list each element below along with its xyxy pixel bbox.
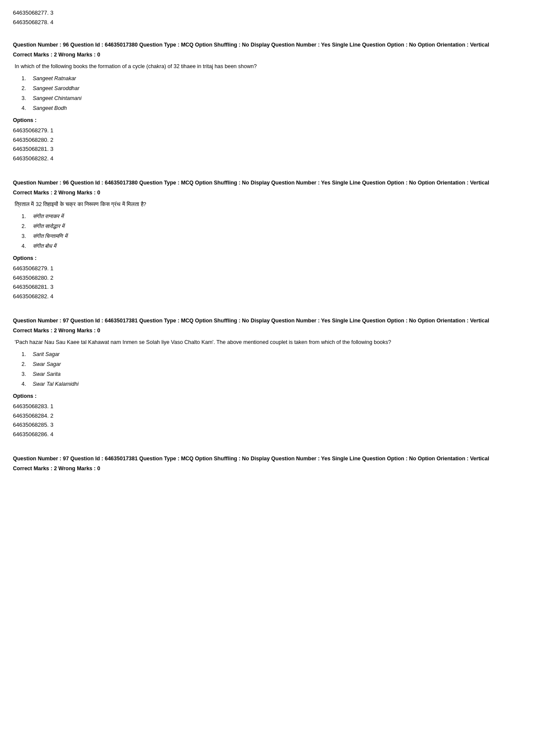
option-text-q97_en-1: Swar Sagar [33,360,61,369]
opt-id-line-q97_en-3: 64635068286. 4 [13,430,521,439]
option-ids-q96_hi: 64635068279. 164635068280. 264635068281.… [13,264,521,300]
marks-line-q97_en: Correct Marks : 2 Wrong Marks : 0 [13,327,521,335]
option-item-q97_en-3: 4.Swar Tal Kalamidhi [22,380,521,388]
option-text-q96_en-3: Sangeet Bodh [33,104,67,112]
question-text-q97_en: 'Pach hazar Nau Sau Kaee tal Kahawat nam… [13,338,521,347]
option-item-q96_hi-1: 2.संगीत सारोद्धार में [22,222,521,231]
opt-id-line-q96_en-0: 64635068279. 1 [13,126,521,135]
option-item-q96_hi-2: 3.संगीत चिन्तामणि में [22,232,521,241]
question-text-q96_hi: त्रिताल में 32 तिहाइयों के चक्र का निरूप… [13,200,521,209]
opt-id-line-q96_hi-0: 64635068279. 1 [13,264,521,273]
question-block-q96_hi: Question Number : 96 Question Id : 64635… [13,171,521,300]
option-ids-q96_en: 64635068279. 164635068280. 264635068281.… [13,126,521,162]
option-item-q97_en-0: 1.Sarit Sagar [22,350,521,359]
options-list-q97_en: 1.Sarit Sagar2.Swar Sagar3.Swar Sarita4.… [13,350,521,388]
option-item-q96_en-2: 3.Sangeet Chintamani [22,94,521,103]
options-list-q96_hi: 1.संगीत रत्नाकर में2.संगीत सारोद्धार में… [13,212,521,250]
option-item-q97_en-1: 2.Swar Sagar [22,360,521,369]
option-text-q96_hi-2: संगीत चिन्तामणि में [33,232,67,241]
option-text-q96_hi-3: संगीत बोध में [33,242,56,250]
options-label-q97_en: Options : [13,392,521,400]
question-block-q97_hi: Question Number : 97 Question Id : 64635… [13,447,521,473]
opt-id-line-q97_en-2: 64635068285. 3 [13,421,521,429]
option-num-q97_en-0: 1. [22,350,29,359]
option-num-q96_en-3: 4. [22,104,29,112]
question-meta-q96_hi: Question Number : 96 Question Id : 64635… [13,179,521,187]
top-id-2: 64635068278. 4 [13,18,521,27]
option-text-q97_en-3: Swar Tal Kalamidhi [33,380,79,388]
marks-line-q97_hi: Correct Marks : 2 Wrong Marks : 0 [13,465,521,473]
option-ids-q97_en: 64635068283. 164635068284. 264635068285.… [13,402,521,438]
opt-id-line-q96_en-1: 64635068280. 2 [13,136,521,144]
option-num-q97_en-1: 2. [22,360,29,369]
marks-line-q96_hi: Correct Marks : 2 Wrong Marks : 0 [13,189,521,197]
option-text-q96_hi-1: संगीत सारोद्धार में [33,222,64,231]
question-text-q96_en: In which of the following books the form… [13,62,521,71]
option-text-q96_hi-0: संगीत रत्नाकर में [33,212,63,221]
option-item-q96_hi-0: 1.संगीत रत्नाकर में [22,212,521,221]
question-block-q96_en: Question Number : 96 Question Id : 64635… [13,33,521,162]
option-item-q96_hi-3: 4.संगीत बोध में [22,242,521,250]
option-text-q96_en-0: Sangeet Ratnakar [33,75,76,83]
option-num-q96_hi-1: 2. [22,222,29,231]
option-num-q96_hi-3: 4. [22,242,29,250]
top-id-1: 64635068277. 3 [13,9,521,17]
option-num-q97_en-2: 3. [22,370,29,378]
opt-id-line-q97_en-1: 64635068284. 2 [13,412,521,420]
top-ids-list: 64635068277. 3 64635068278. 4 [13,9,521,26]
option-num-q96_hi-2: 3. [22,232,29,241]
opt-id-line-q96_hi-2: 64635068281. 3 [13,283,521,291]
option-item-q97_en-2: 3.Swar Sarita [22,370,521,378]
questions-container: Question Number : 96 Question Id : 64635… [13,33,521,473]
option-num-q97_en-3: 4. [22,380,29,388]
option-text-q97_en-0: Sarit Sagar [33,350,60,359]
opt-id-line-q97_en-0: 64635068283. 1 [13,402,521,411]
question-meta-q97_en: Question Number : 97 Question Id : 64635… [13,317,521,325]
option-text-q96_en-1: Sangeet Saroddhar [33,84,79,93]
opt-id-line-q96_hi-1: 64635068280. 2 [13,274,521,282]
option-num-q96_en-1: 2. [22,84,29,93]
option-text-q97_en-2: Swar Sarita [33,370,61,378]
option-num-q96_hi-0: 1. [22,212,29,221]
option-item-q96_en-0: 1.Sangeet Ratnakar [22,75,521,83]
question-meta-q97_hi: Question Number : 97 Question Id : 64635… [13,455,521,463]
question-meta-q96_en: Question Number : 96 Question Id : 64635… [13,41,521,49]
opt-id-line-q96_en-2: 64635068281. 3 [13,145,521,153]
marks-line-q96_en: Correct Marks : 2 Wrong Marks : 0 [13,51,521,59]
options-list-q96_en: 1.Sangeet Ratnakar2.Sangeet Saroddhar3.S… [13,75,521,112]
opt-id-line-q96_hi-3: 64635068282. 4 [13,292,521,301]
top-ids-section: 64635068277. 3 64635068278. 4 [13,9,521,26]
option-num-q96_en-0: 1. [22,75,29,83]
options-label-q96_en: Options : [13,116,521,125]
option-text-q96_en-2: Sangeet Chintamani [33,94,81,103]
question-block-q97_en: Question Number : 97 Question Id : 64635… [13,309,521,438]
options-label-q96_hi: Options : [13,254,521,262]
option-item-q96_en-1: 2.Sangeet Saroddhar [22,84,521,93]
opt-id-line-q96_en-3: 64635068282. 4 [13,154,521,163]
option-num-q96_en-2: 3. [22,94,29,103]
option-item-q96_en-3: 4.Sangeet Bodh [22,104,521,112]
